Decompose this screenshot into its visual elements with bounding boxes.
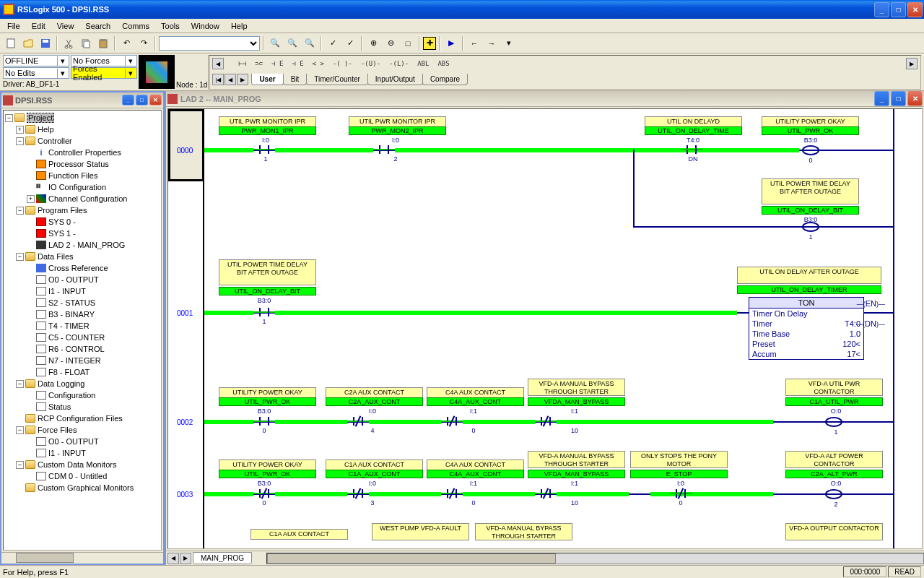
zoom-out-button[interactable]: ⊖: [383, 35, 398, 51]
processor-thumbnail[interactable]: [139, 55, 175, 89]
tree-item[interactable]: Custom Data Monitors: [38, 460, 116, 469]
lad-max-button[interactable]: □: [891, 91, 906, 106]
menu-tools[interactable]: Tools: [155, 20, 186, 32]
go-online-button[interactable]: ✚: [423, 37, 436, 50]
tree-item[interactable]: S2 - STATUS: [48, 298, 95, 307]
instr-tab-user[interactable]: User: [251, 74, 283, 85]
contact-xic[interactable]: [253, 417, 275, 426]
instr-branch[interactable]: ⊃⊂: [252, 59, 266, 69]
coil-ote[interactable]: [802, 145, 819, 155]
tree-item[interactable]: Custom Graphical Monitors: [38, 483, 134, 492]
tree-toggle[interactable]: −: [5, 114, 13, 122]
tree-close-button[interactable]: ✕: [149, 95, 162, 105]
edits-combo[interactable]: No Edits▾: [3, 67, 69, 79]
instr-tab-timer[interactable]: Timer/Counter: [306, 74, 368, 85]
tag[interactable]: C4A_AUX_CONT: [427, 397, 524, 406]
contact-xic[interactable]: [253, 145, 275, 154]
contact-xio[interactable]: [347, 417, 369, 426]
tag[interactable]: UTIL_ON_DELAY_TIME: [645, 126, 742, 135]
contact-xio[interactable]: [441, 417, 463, 426]
tree-root[interactable]: Project: [27, 113, 54, 123]
contact-xio[interactable]: [253, 489, 275, 498]
save-button[interactable]: [38, 35, 53, 51]
tag[interactable]: PWR_MON1_IPR: [219, 126, 316, 135]
minimize-button[interactable]: _: [874, 2, 889, 17]
lad-min-button[interactable]: _: [874, 91, 889, 106]
tree-item[interactable]: IO Configuration: [48, 183, 106, 191]
lad-hscroll[interactable]: [266, 553, 924, 564]
tree-toggle[interactable]: −: [16, 380, 24, 388]
lad-file-tab[interactable]: MAIN_PROG: [193, 552, 252, 564]
address-combo[interactable]: [159, 36, 260, 51]
contact-xio[interactable]: [347, 489, 369, 498]
tree-max-button[interactable]: □: [136, 95, 148, 105]
cut-button[interactable]: [61, 35, 77, 51]
tag[interactable]: C1A_AUX_CONT: [326, 470, 423, 478]
tree-min-button[interactable]: _: [122, 95, 134, 105]
menu-window[interactable]: Window: [186, 20, 225, 32]
tree-item[interactable]: RCP Configuration Files: [38, 414, 123, 423]
tag[interactable]: UTIL_PWR_OK: [762, 126, 859, 135]
tree-item[interactable]: Data Logging: [38, 379, 84, 388]
nav-back-button[interactable]: ←: [466, 35, 482, 51]
forces-enabled-combo[interactable]: Forces Enabled▾: [71, 67, 137, 79]
ton-instruction[interactable]: TON Timer On Delay TimerT4:0 Time Base1.…: [749, 297, 864, 360]
redo-button[interactable]: ↷: [136, 35, 152, 51]
instr-xio[interactable]: ⊣ E: [289, 59, 306, 69]
tree-item[interactable]: Channel Configuration: [48, 194, 127, 203]
tree-toggle[interactable]: +: [27, 195, 35, 203]
instr-rung[interactable]: ⊢⊣: [235, 59, 249, 69]
paste-button[interactable]: [95, 35, 111, 51]
undo-button[interactable]: ↶: [118, 35, 134, 51]
tag[interactable]: VFDA_MAN_BYPASS: [528, 470, 625, 478]
tree-item[interactable]: Data Files: [38, 252, 74, 261]
tree-item[interactable]: SYS 1 -: [48, 229, 76, 238]
coil-ote[interactable]: [825, 489, 842, 499]
tree-item[interactable]: Controller Properties: [48, 148, 121, 157]
instr-tab-bit[interactable]: Bit: [283, 74, 308, 85]
tree-item[interactable]: O0 - OUTPUT: [48, 437, 99, 446]
instr-ote[interactable]: -( )-: [330, 59, 355, 69]
tree-item[interactable]: C5 - COUNTER: [48, 333, 105, 342]
contact-xic[interactable]: [681, 145, 702, 154]
menu-help[interactable]: Help: [225, 20, 253, 32]
instr-scroll-right[interactable]: ▶: [906, 58, 918, 69]
open-button[interactable]: [20, 35, 36, 51]
tree-item[interactable]: F8 - FLOAT: [48, 368, 90, 376]
tree-item[interactable]: Controller: [38, 137, 72, 145]
coil-ote[interactable]: [825, 417, 842, 427]
instr-otl[interactable]: -(L)-: [386, 59, 411, 69]
tree-item[interactable]: R6 - CONTROL: [48, 345, 105, 353]
contact-xio[interactable]: [441, 489, 463, 498]
contact-xio[interactable]: [535, 417, 557, 426]
nav-dropdown-button[interactable]: ▾: [501, 35, 517, 51]
tree-item[interactable]: Configuration: [48, 391, 95, 400]
tree-toggle[interactable]: +: [16, 126, 24, 134]
instr-compare[interactable]: < >: [310, 59, 327, 69]
tag[interactable]: C2A_ALT_PWR: [785, 470, 883, 478]
instr-otu[interactable]: -(U)-: [358, 59, 383, 69]
tree-item[interactable]: Cross Reference: [48, 264, 108, 272]
contact-xic[interactable]: [373, 145, 395, 154]
instr-tab-compare[interactable]: Compare: [422, 74, 468, 85]
lad-close-button[interactable]: ✕: [907, 91, 923, 106]
close-button[interactable]: ✕: [907, 2, 923, 17]
contact-xio[interactable]: [535, 489, 557, 498]
tag[interactable]: C4A_AUX_CONT: [427, 470, 524, 478]
instr-xic[interactable]: ⊣ E: [269, 59, 286, 69]
find-button[interactable]: 🔍: [267, 35, 283, 51]
tree-item[interactable]: Status: [48, 402, 71, 411]
maximize-button[interactable]: □: [891, 2, 906, 17]
copy-button[interactable]: [78, 35, 94, 51]
tag[interactable]: UTIL_ON_DELAY_TIMER: [737, 285, 881, 294]
tree-item[interactable]: Force Files: [38, 426, 77, 434]
verify-button[interactable]: ✓: [325, 35, 341, 51]
tag[interactable]: UTIL_PWR_OK: [219, 470, 316, 478]
instr-tab-next[interactable]: ▶: [237, 74, 248, 85]
tree-hscroll[interactable]: [1, 552, 163, 564]
lad-tab-prev[interactable]: ◀: [167, 553, 179, 564]
ladder-canvas[interactable]: 0000 UTIL PWR MONITOR IPR PWR_MON1_IPR I…: [167, 108, 923, 549]
tree-item[interactable]: B3 - BINARY: [48, 310, 95, 319]
nav-fwd-button[interactable]: →: [484, 35, 500, 51]
menu-search[interactable]: Search: [79, 20, 116, 32]
